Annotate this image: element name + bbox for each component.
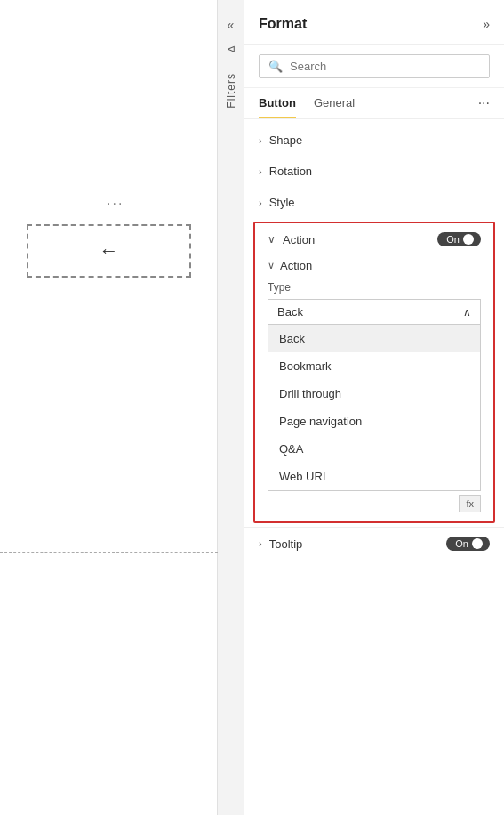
rotation-label: Rotation [269,165,312,178]
tabs-container: Button General ··· [244,88,504,119]
action-label: Action [283,233,315,246]
toggle-circle [463,234,474,245]
filters-sidebar: « ⊲ Filters [218,0,244,815]
canvas-dots: ··· [107,196,124,212]
style-label: Style [269,196,295,209]
shape-chevron-icon: › [259,135,262,146]
dropdown-option-drillthrough[interactable]: Drill through [268,380,480,408]
dropdown-option-bookmark[interactable]: Bookmark [268,352,480,380]
action-sub-header[interactable]: ∨ Action [268,259,481,272]
type-label: Type [268,281,481,294]
rotation-chevron-icon: › [259,166,262,177]
search-container: 🔍 [244,45,504,88]
filters-label: Filters [225,73,237,109]
button-widget[interactable]: ← [27,224,191,278]
tooltip-toggle-circle [472,538,483,549]
tabs-more-icon[interactable]: ··· [478,95,490,118]
toggle-on-label: On [446,234,460,245]
funnel-icon: ⊲ [227,43,236,55]
fx-button[interactable]: fx [459,495,481,512]
format-header: Format » [244,0,504,45]
action-sub-chevron-icon: ∨ [268,260,275,271]
dropdown-option-pagenavigation[interactable]: Page navigation [268,408,480,435]
search-box: 🔍 [259,54,490,78]
expand-panel-icon[interactable]: » [483,17,490,31]
tab-button[interactable]: Button [259,96,296,118]
action-chevron-icon: ∨ [268,233,276,246]
dropdown-chevron-up-icon: ∧ [463,306,471,319]
tooltip-toggle[interactable]: On [446,537,490,551]
search-icon: 🔍 [268,60,283,73]
back-arrow-icon: ← [100,239,119,262]
dropdown-option-back[interactable]: Back [268,325,480,352]
section-shape[interactable]: › Shape [244,125,504,156]
section-tooltip[interactable]: › Tooltip On [244,527,504,560]
tab-general[interactable]: General [314,96,355,118]
tooltip-toggle-label: On [455,538,468,549]
dropdown-option-weburl[interactable]: Web URL [268,463,480,490]
action-toggle[interactable]: On [437,232,481,246]
canvas-area: ··· ← [0,0,218,815]
search-input[interactable] [290,60,480,73]
section-style[interactable]: › Style [244,187,504,218]
dotted-divider [0,552,218,553]
right-panel: Format » 🔍 Button General ··· › Shape › … [244,0,504,815]
collapse-filters-icon[interactable]: « [228,18,235,32]
tooltip-label: Tooltip [269,537,303,551]
dropdown-option-qa[interactable]: Q&A [268,435,480,463]
sections-list: › Shape › Rotation › Style ∨ Action On [244,119,504,565]
shape-label: Shape [269,133,303,147]
action-sub-label: Action [280,259,312,272]
action-section: ∨ Action On ∨ Action Type Back [253,222,495,523]
tooltip-chevron-icon: › [259,538,262,549]
tooltip-left: › Tooltip [259,537,302,551]
action-header[interactable]: ∨ Action On [255,223,493,255]
dropdown-selected-value: Back [277,305,303,319]
dropdown-container: Back ∧ Back Bookmark Drill through Page … [268,299,481,491]
format-title: Format [259,16,307,32]
style-chevron-icon: › [259,198,262,208]
action-inner: ∨ Action Type Back ∧ Back Bookmark Drill… [255,255,493,521]
action-header-left: ∨ Action [268,233,315,246]
dropdown-selected[interactable]: Back ∧ [268,299,481,325]
dropdown-menu: Back Bookmark Drill through Page navigat… [268,325,481,491]
section-rotation[interactable]: › Rotation [244,156,504,187]
